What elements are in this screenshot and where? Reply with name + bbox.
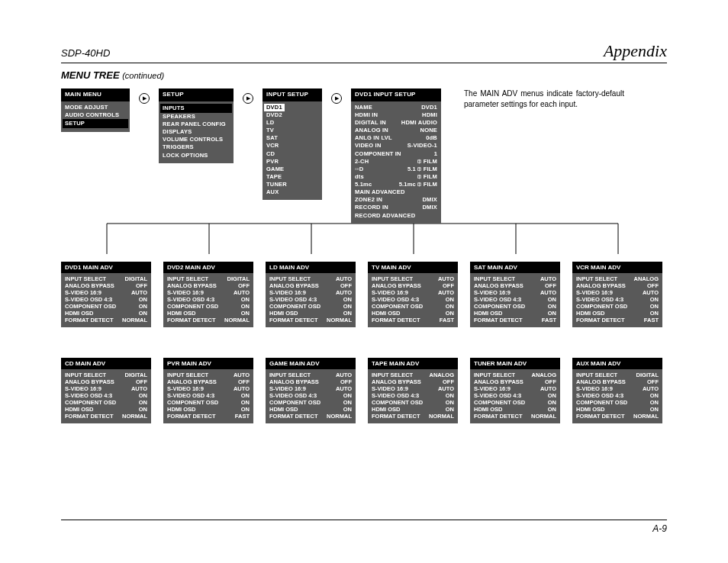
adv-key: S-VIDEO OSD 4:3 xyxy=(576,392,623,399)
adv-row: ANALOG BYPASSOFF xyxy=(372,282,454,289)
main-adv-body: INPUT SELECTAUTOANALOG BYPASSOFFS-VIDEO … xyxy=(470,273,560,327)
adv-value: ON xyxy=(139,392,147,399)
setup-key: COMPONENT IN xyxy=(355,150,401,158)
adv-value: NORMAL xyxy=(122,413,147,420)
adv-value: ON xyxy=(139,310,147,317)
main-adv-heading: TV MAIN ADV xyxy=(368,262,458,273)
setup-key: dts xyxy=(355,173,364,181)
adv-row: S-VIDEO OSD 4:3ON xyxy=(167,392,250,399)
adv-value: ON xyxy=(241,392,250,399)
main-adv-box: TUNER MAIN ADVINPUT SELECTANALOGANALOG B… xyxy=(470,358,560,423)
adv-row: S-VIDEO OSD 4:3ON xyxy=(576,296,659,303)
adv-key: COMPONENT OSD xyxy=(576,303,627,310)
adv-key: S-VIDEO 16:9 xyxy=(474,385,511,392)
adv-key: HDMI OSD xyxy=(576,310,605,317)
adv-value: AUTO xyxy=(234,372,250,378)
setup-key: ANLG IN LVL xyxy=(355,134,392,142)
setup-key: HDMI IN xyxy=(355,111,378,119)
adv-row: ANALOG BYPASSOFF xyxy=(269,282,352,289)
setup-body: INPUTS SPEAKERS REAR PANEL CONFIG DISPLA… xyxy=(159,101,234,163)
menu-item: TRIGGERS xyxy=(163,143,230,151)
setup-box: SETUP INPUTS SPEAKERS REAR PANEL CONFIG … xyxy=(159,88,234,163)
adv-key: FORMAT DETECT xyxy=(167,413,216,420)
adv-value: ON xyxy=(446,392,454,399)
adv-key: INPUT SELECT xyxy=(167,372,208,378)
setup-key: ▫▫D xyxy=(355,166,363,173)
setup-key: RECORD IN xyxy=(355,204,388,211)
adv-value: ON xyxy=(650,303,659,310)
adv-key: ANALOG BYPASS xyxy=(65,378,114,385)
adv-key: INPUT SELECT xyxy=(167,275,208,282)
adv-row: S-VIDEO 16:9AUTO xyxy=(474,289,556,296)
adv-row: S-VIDEO OSD 4:3ON xyxy=(65,296,147,303)
adv-value: OFF xyxy=(340,282,352,289)
adv-key: S-VIDEO OSD 4:3 xyxy=(576,296,623,303)
adv-row: FORMAT DETECTFAST xyxy=(474,317,556,323)
menu-item: CD xyxy=(266,150,318,158)
adv-row: HDMI OSDON xyxy=(576,310,659,317)
setup-row: NAMEDVD1 xyxy=(355,104,437,111)
adv-key: S-VIDEO OSD 4:3 xyxy=(167,296,214,303)
adv-key: COMPONENT OSD xyxy=(65,303,116,310)
adv-key: S-VIDEO 16:9 xyxy=(269,385,306,392)
main-adv-body: INPUT SELECTAUTOANALOG BYPASSOFFS-VIDEO … xyxy=(368,273,458,327)
adv-value: NORMAL xyxy=(122,317,147,323)
dvd1-input-setup-box: DVD1 INPUT SETUP NAMEDVD1HDMI INHDMIDIGI… xyxy=(351,88,441,224)
adv-row: HDMI OSDON xyxy=(167,310,250,317)
adv-value: OFF xyxy=(647,378,659,385)
adv-row: ANALOG BYPASSOFF xyxy=(372,378,454,385)
adv-row: HDMI OSDON xyxy=(269,310,352,317)
setup-value: 5.1 ⎅ FILM xyxy=(407,166,437,173)
adv-row: S-VIDEO OSD 4:3ON xyxy=(167,296,250,303)
adv-value: NORMAL xyxy=(327,317,352,323)
adv-row: INPUT SELECTANALOG xyxy=(474,372,556,378)
adv-value: ON xyxy=(343,303,352,310)
adv-value: ON xyxy=(343,399,352,406)
setup-row: dts⎅ FILM xyxy=(355,173,437,181)
adv-key: FORMAT DETECT xyxy=(65,317,114,323)
adv-row: S-VIDEO OSD 4:3ON xyxy=(65,392,147,399)
adv-key: HDMI OSD xyxy=(474,310,503,317)
adv-value: OFF xyxy=(136,378,147,385)
setup-row: VIDEO INS-VIDEO-1 xyxy=(355,142,437,150)
adv-value: ANALOG xyxy=(634,275,659,282)
adv-key: COMPONENT OSD xyxy=(474,303,525,310)
adv-row: INPUT SELECTAUTO xyxy=(269,372,352,378)
adv-value: AUTO xyxy=(643,289,659,296)
adv-key: INPUT SELECT xyxy=(65,275,106,282)
adv-key: S-VIDEO OSD 4:3 xyxy=(65,392,112,399)
adv-key: HDMI OSD xyxy=(372,406,401,413)
adv-row: COMPONENT OSDON xyxy=(65,399,147,406)
adv-row: FORMAT DETECTNORMAL xyxy=(167,317,250,323)
adv-row: FORMAT DETECTNORMAL xyxy=(65,317,147,323)
input-setup-box: INPUT SETUP DVD1 DVD2 LD TV SAT VCR CD P… xyxy=(263,88,322,200)
setup-value: S-VIDEO-1 xyxy=(407,142,437,150)
adv-key: ANALOG BYPASS xyxy=(65,282,114,289)
adv-value: FAST xyxy=(440,317,454,323)
setup-value: ⎅ FILM xyxy=(417,158,437,166)
adv-value: NORMAL xyxy=(633,413,659,420)
main-adv-body: INPUT SELECTAUTOANALOG BYPASSOFFS-VIDEO … xyxy=(266,369,356,423)
setup-row: 2-CH⎅ FILM xyxy=(355,158,437,166)
adv-value: FAST xyxy=(235,413,250,420)
adv-row: FORMAT DETECTNORMAL xyxy=(474,413,556,420)
adv-row: FORMAT DETECTFAST xyxy=(167,413,250,420)
adv-row: COMPONENT OSDON xyxy=(576,399,659,406)
adv-value: AUTO xyxy=(438,385,454,392)
main-adv-box: AUX MAIN ADVINPUT SELECTDIGITALANALOG BY… xyxy=(572,358,662,423)
menu-item: PVR xyxy=(266,158,318,166)
adv-value: FAST xyxy=(542,317,556,323)
adv-value: ON xyxy=(548,399,556,406)
setup-key: 5.1mc xyxy=(355,181,372,188)
input-setup-body: DVD1 DVD2 LD TV SAT VCR CD PVR GAME TAPE… xyxy=(263,101,322,201)
adv-value: ON xyxy=(343,310,352,317)
adv-key: INPUT SELECT xyxy=(576,275,617,282)
adv-row: INPUT SELECTAUTO xyxy=(167,372,250,378)
main-adv-box: CD MAIN ADVINPUT SELECTDIGITALANALOG BYP… xyxy=(61,358,151,423)
setup-heading: SETUP xyxy=(159,88,234,101)
setup-row: ▫▫D5.1 ⎅ FILM xyxy=(355,166,437,173)
adv-row: FORMAT DETECTNORMAL xyxy=(269,413,352,420)
adv-key: FORMAT DETECT xyxy=(167,317,216,323)
adv-row: INPUT SELECTANALOG xyxy=(372,372,454,378)
adv-value: ON xyxy=(343,392,352,399)
